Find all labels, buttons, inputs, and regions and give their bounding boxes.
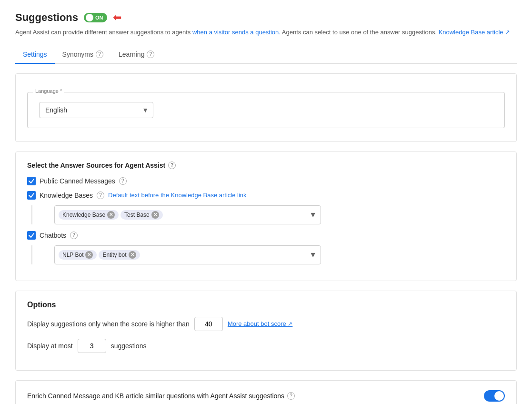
- display-most-option-row: Display at most suggestions: [27, 339, 505, 353]
- kb-article-link[interactable]: Knowledge Base article ↗: [439, 29, 510, 36]
- language-select[interactable]: English: [39, 102, 153, 118]
- chatbot-tag-nlp-close[interactable]: ✕: [85, 251, 93, 259]
- page-title: Suggestions: [15, 11, 78, 24]
- language-label: Language *: [33, 88, 64, 94]
- score-input[interactable]: [194, 317, 223, 331]
- answer-sources-help-icon[interactable]: ?: [168, 162, 176, 169]
- chatbots-label: Chatbots: [40, 232, 66, 239]
- bot-score-link-icon: ↗: [288, 321, 292, 327]
- options-title: Options: [27, 301, 505, 309]
- learning-help-icon[interactable]: ?: [147, 50, 154, 58]
- chatbots-checkbox[interactable]: [27, 231, 36, 240]
- kb-dropdown-arrow-icon[interactable]: ▼: [309, 211, 317, 219]
- arrow-icon: ⬅: [113, 11, 121, 24]
- chatbots-help-icon[interactable]: ?: [70, 232, 78, 239]
- language-card: Language * English ▼: [15, 73, 517, 142]
- tabs-bar: Settings Synonyms ? Learning ?: [15, 46, 517, 64]
- answer-sources-title: Select the Answer Sources for Agent Assi…: [27, 162, 505, 169]
- language-select-box: Language * English ▼: [27, 92, 505, 128]
- display-most-post-label: suggestions: [111, 342, 147, 350]
- chatbot-tag-entity: Entity bot ✕: [99, 250, 140, 260]
- enrich-row-1-text: Enrich Canned Message and KB article sim…: [27, 392, 295, 400]
- suggestions-toggle[interactable]: ON: [84, 13, 107, 22]
- chatbots-row: Chatbots ?: [27, 231, 505, 240]
- public-canned-label: Public Canned Messages: [40, 177, 115, 185]
- tab-synonyms[interactable]: Synonyms ?: [55, 46, 111, 64]
- public-canned-checkbox[interactable]: [27, 177, 36, 185]
- visitor-question-link[interactable]: when a visitor sends a question.: [192, 29, 281, 36]
- answer-sources-card: Select the Answer Sources for Agent Assi…: [15, 152, 517, 281]
- chatbot-tag-nlp: NLP Bot ✕: [59, 250, 97, 260]
- enrich-row-1: Enrich Canned Message and KB article sim…: [27, 390, 505, 402]
- language-select-wrapper: English ▼: [39, 102, 153, 118]
- options-card: Options Display suggestions only when th…: [15, 291, 517, 371]
- chatbot-tag-entity-close[interactable]: ✕: [129, 251, 136, 259]
- kb-tag-test-base: Test Base ✕: [120, 210, 163, 220]
- display-most-input[interactable]: [78, 339, 106, 353]
- toggle-label: ON: [95, 15, 103, 20]
- kb-default-text-link[interactable]: Default text before the Knowledge Base a…: [108, 192, 247, 199]
- kb-tags-indent: Knowledge Base ✕ Test Base ✕ ▼: [31, 205, 505, 224]
- knowledge-bases-help-icon[interactable]: ?: [97, 192, 104, 199]
- page-description: Agent Assist can provide different answe…: [15, 28, 517, 37]
- tab-settings[interactable]: Settings: [15, 46, 55, 64]
- chatbots-dropdown-arrow-icon[interactable]: ▼: [309, 251, 317, 259]
- knowledge-bases-checkbox[interactable]: [27, 191, 36, 200]
- synonyms-help-icon[interactable]: ?: [96, 50, 103, 58]
- kb-tag-test-base-close[interactable]: ✕: [151, 211, 159, 219]
- knowledge-bases-dropdown[interactable]: Knowledge Base ✕ Test Base ✕ ▼: [54, 205, 321, 224]
- kb-tag-knowledge-base-close[interactable]: ✕: [107, 211, 115, 219]
- tab-learning[interactable]: Learning ?: [111, 46, 162, 64]
- display-most-pre-label: Display at most: [27, 342, 73, 350]
- enrich-toggle-1-circle: [494, 391, 504, 401]
- knowledge-bases-row: Knowledge Bases ? Default text before th…: [27, 191, 505, 200]
- more-about-bot-score-link[interactable]: More about bot score ↗: [228, 320, 292, 327]
- kb-tag-knowledge-base: Knowledge Base ✕: [59, 210, 119, 220]
- toggle-circle: [86, 14, 93, 21]
- chatbots-dropdown[interactable]: NLP Bot ✕ Entity bot ✕ ▼: [54, 245, 321, 264]
- public-canned-row: Public Canned Messages ?: [27, 177, 505, 185]
- language-field: Language * English ▼: [27, 92, 505, 128]
- enrich-toggle-1[interactable]: [484, 390, 505, 402]
- knowledge-bases-label: Knowledge Bases: [40, 192, 93, 199]
- public-canned-help-icon[interactable]: ?: [119, 177, 127, 185]
- enrich-section: Enrich Canned Message and KB article sim…: [15, 380, 517, 404]
- score-option-label: Display suggestions only when the score …: [27, 320, 190, 328]
- score-option-row: Display suggestions only when the score …: [27, 317, 505, 331]
- chatbots-tags-indent: NLP Bot ✕ Entity bot ✕ ▼: [31, 245, 505, 264]
- enrich-row-1-help-icon[interactable]: ?: [287, 392, 295, 400]
